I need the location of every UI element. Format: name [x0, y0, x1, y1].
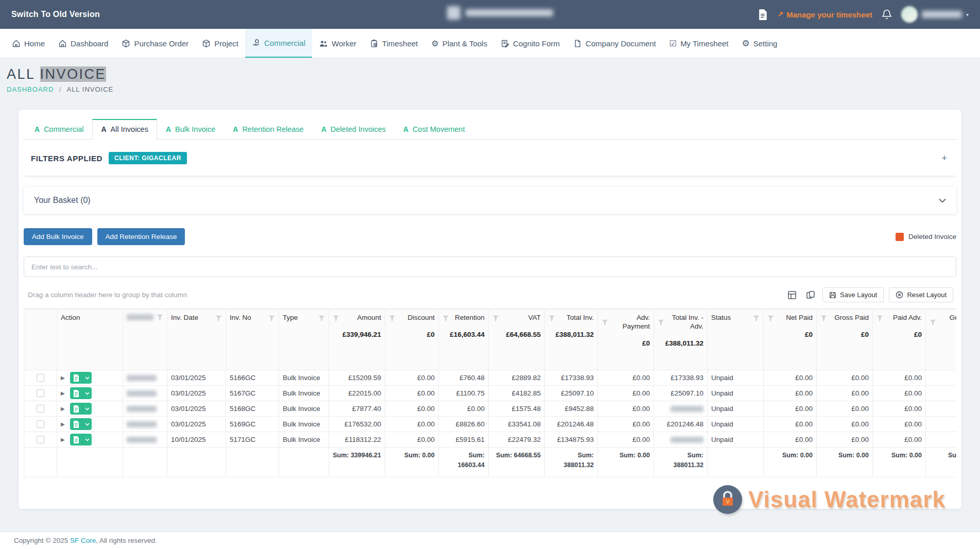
switch-old-version-button[interactable]: Switch To Old Version: [11, 10, 100, 19]
row-checkbox[interactable]: [37, 374, 44, 382]
filter-client-badge[interactable]: CLIENT: GIGACLEAR: [109, 152, 187, 164]
nav-item-plant-tools[interactable]: ⚙Plant & Tools: [425, 29, 494, 58]
filter-icon[interactable]: [820, 315, 827, 321]
row-checkbox[interactable]: [37, 436, 44, 443]
cell-gross_paid: £0.00: [817, 417, 873, 432]
column-header-discount[interactable]: Discount£0: [385, 310, 439, 370]
row-action-split-button[interactable]: [70, 387, 92, 399]
breadcrumb-dashboard-link[interactable]: DASHBOARD: [7, 85, 54, 93]
column-header-retention[interactable]: Retention£16,603.44: [439, 310, 489, 370]
column-header-total_inv[interactable]: Total Inv.£388,011.32: [545, 310, 598, 370]
row-expand-arrow[interactable]: ▶: [61, 375, 65, 381]
document-icon[interactable]: [758, 9, 768, 21]
nav-item-setting[interactable]: ⚙Setting: [735, 29, 784, 58]
bell-icon[interactable]: [882, 9, 892, 20]
cell-gross_paid_paid_adv: £0.00: [926, 386, 957, 401]
row-expand-arrow[interactable]: ▶: [61, 390, 65, 396]
add-bulk-invoice-button[interactable]: Add Bulk Invoice: [24, 228, 92, 245]
filter-icon[interactable]: [157, 314, 163, 320]
tab-bulk-invoice[interactable]: ABulk Invoice: [157, 119, 224, 140]
nav-item-company-document[interactable]: Company Document: [566, 29, 663, 58]
nav-item-commercial[interactable]: Commercial: [245, 29, 312, 58]
nav-item-dashboard[interactable]: Dashboard: [51, 29, 115, 58]
column-header-inv_date[interactable]: Inv. Date: [167, 310, 226, 370]
nav-item-home[interactable]: Home: [5, 29, 51, 58]
filter-icon[interactable]: [930, 319, 936, 325]
column-chooser-icon[interactable]: [804, 289, 817, 301]
cell-inv_date: 03/01/2025: [167, 417, 226, 432]
filter-icon[interactable]: [767, 315, 774, 321]
tab-all-invoices[interactable]: AAll Invoices: [92, 119, 157, 140]
save-layout-button[interactable]: Save Layout: [822, 287, 884, 302]
row-expand-arrow[interactable]: ▶: [61, 406, 65, 411]
column-header-gross_paid_paid_adv[interactable]: Gross Pa Paid A£0: [926, 310, 957, 370]
filter-icon[interactable]: [876, 315, 883, 321]
filter-icon[interactable]: [753, 315, 760, 321]
column-header-amount[interactable]: Amount£339,946.21: [329, 310, 385, 370]
cell-net_paid: £0.00: [764, 370, 817, 386]
add-retention-release-button[interactable]: Add Retention Release: [97, 228, 185, 245]
client-name-blurred: [127, 421, 157, 427]
search-input[interactable]: [24, 256, 956, 277]
export-icon[interactable]: [785, 289, 799, 301]
row-action-split-button[interactable]: [70, 403, 92, 415]
row-expand-arrow[interactable]: ▶: [61, 421, 65, 427]
manage-timesheet-link[interactable]: ↗ Manage your timesheet: [777, 10, 872, 19]
nav-item-my-timesheet[interactable]: ☑My Timesheet: [663, 29, 735, 58]
filter-icon[interactable]: [215, 315, 222, 321]
column-header-paid_adv[interactable]: Paid Adv.£0: [873, 310, 926, 370]
nav-item-cognito-form[interactable]: Cognito Form: [494, 29, 566, 58]
cell-adv_payment: £0.00: [598, 370, 654, 386]
row-checkbox[interactable]: [37, 405, 44, 413]
nav-item-worker[interactable]: Worker: [312, 29, 363, 58]
filter-icon[interactable]: [658, 319, 664, 325]
row-action-split-button[interactable]: [70, 418, 92, 430]
reset-layout-button[interactable]: Reset Layout: [889, 287, 953, 302]
column-total: £0: [930, 339, 956, 347]
row-checkbox[interactable]: [37, 420, 44, 428]
cell-discount: £0.00: [385, 432, 439, 448]
tab-commercial[interactable]: ACommercial: [26, 119, 92, 140]
filters-expand-button[interactable]: +: [938, 153, 950, 164]
filter-icon[interactable]: [268, 315, 275, 321]
column-header-type[interactable]: Type: [279, 310, 329, 370]
filter-icon[interactable]: [442, 315, 449, 321]
column-header-net_paid[interactable]: Net Paid£0: [764, 310, 817, 370]
filter-icon[interactable]: [492, 315, 499, 321]
filter-icon[interactable]: [389, 315, 396, 321]
filter-icon[interactable]: [601, 319, 608, 325]
column-header-gross_paid[interactable]: Gross Paid£0: [817, 310, 873, 370]
row-checkbox[interactable]: [37, 389, 44, 397]
sum-inv_no: [226, 448, 279, 477]
row-action-split-button[interactable]: [70, 434, 92, 445]
nav-item-label: Home: [24, 39, 45, 48]
chevron-down-icon: ▾: [966, 12, 969, 18]
cell-amount: £15209.59: [329, 370, 385, 386]
cell-vat: £4182.85: [489, 386, 545, 401]
column-header-adv_payment[interactable]: Adv. Payment£0: [598, 310, 654, 370]
row-expand-arrow[interactable]: ▶: [61, 437, 65, 442]
invoice-tab-icon: A: [321, 125, 326, 133]
column-header-total_inv_adv[interactable]: Total Inv. - Adv.£388,011.32: [654, 310, 708, 370]
basket-accordion[interactable]: Your Basket (0): [24, 187, 956, 214]
column-header-status[interactable]: Status: [708, 310, 764, 370]
column-header-vat[interactable]: VAT£64,668.55: [489, 310, 545, 370]
tab-retention-release[interactable]: ARetention Release: [224, 119, 312, 140]
filter-icon[interactable]: [548, 315, 555, 321]
row-action-split-button[interactable]: [70, 372, 92, 384]
cell-total_inv: £25097.10: [545, 386, 598, 401]
filter-icon[interactable]: [333, 315, 339, 321]
tab-deleted-invoices[interactable]: ADeleted Invoices: [313, 119, 394, 140]
nav-item-purchase-order[interactable]: Purchase Order: [115, 29, 195, 58]
user-menu[interactable]: ▾: [901, 6, 969, 23]
nav-item-project[interactable]: Project: [195, 29, 245, 58]
filter-icon[interactable]: [318, 315, 325, 321]
cognito-form-icon: [501, 39, 509, 48]
tab-cost-movement[interactable]: ACost Movement: [394, 119, 474, 140]
column-header-client[interactable]: [123, 310, 167, 370]
footer-brand-link[interactable]: SF Core: [70, 537, 96, 544]
column-header-action[interactable]: Action: [57, 310, 123, 370]
project-selector-blurred[interactable]: [447, 6, 553, 20]
nav-item-timesheet[interactable]: Timesheet: [363, 29, 424, 58]
column-header-inv_no[interactable]: Inv. No: [226, 310, 279, 370]
